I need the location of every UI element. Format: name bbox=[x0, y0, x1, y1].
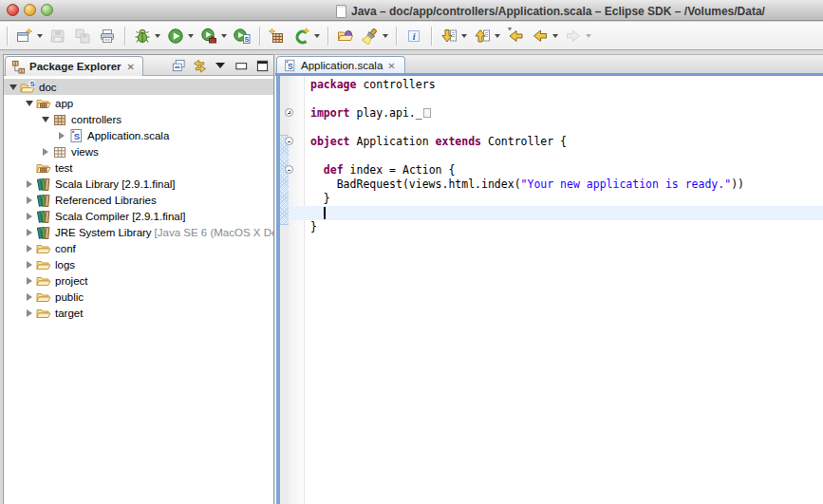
maximize-button[interactable] bbox=[254, 58, 270, 73]
info-button[interactable]: i bbox=[402, 24, 426, 48]
tree-item-scala-compiler-2-9-1-final[interactable]: Scala Compiler [2.9.1.final] bbox=[4, 208, 273, 224]
collapsed-arrow-icon[interactable] bbox=[27, 261, 32, 269]
dropdown-arrow-icon[interactable] bbox=[383, 34, 388, 38]
tree-item-scala-library-2-9-1-final[interactable]: Scala Library [2.9.1.final] bbox=[4, 176, 273, 192]
code-line[interactable] bbox=[306, 92, 823, 106]
tree-item-views[interactable]: views bbox=[4, 143, 273, 159]
collapsed-arrow-icon[interactable] bbox=[27, 277, 32, 285]
collapsed-arrow-icon[interactable] bbox=[27, 293, 32, 301]
last-edit-location-button[interactable]: * bbox=[503, 24, 528, 48]
collapsed-arrow-icon[interactable] bbox=[27, 196, 32, 204]
tree-item-controllers[interactable]: controllers bbox=[4, 111, 273, 127]
debug-button[interactable] bbox=[130, 24, 155, 48]
code-line[interactable] bbox=[306, 121, 823, 135]
minimize-button[interactable] bbox=[234, 58, 249, 73]
link-with-editor-button[interactable] bbox=[192, 58, 207, 73]
new-class-button[interactable] bbox=[290, 24, 314, 48]
close-tab-icon[interactable] bbox=[387, 61, 395, 71]
disclosure-slot[interactable] bbox=[24, 293, 35, 301]
disclosure-slot[interactable] bbox=[24, 196, 35, 204]
code-line[interactable] bbox=[306, 149, 823, 163]
code-line[interactable]: object Application extends Controller { bbox=[306, 135, 823, 149]
collapse-fold-icon[interactable] bbox=[285, 137, 293, 145]
collapsed-arrow-icon[interactable] bbox=[59, 132, 65, 140]
library-icon bbox=[36, 177, 51, 192]
minimize-window-button[interactable] bbox=[24, 4, 36, 16]
disclosure-slot[interactable] bbox=[24, 229, 35, 236]
back-button[interactable] bbox=[528, 24, 552, 48]
code-line[interactable] bbox=[306, 206, 823, 220]
disclosure-slot[interactable] bbox=[24, 213, 35, 220]
disclosure-slot[interactable] bbox=[56, 132, 67, 140]
collapsed-arrow-icon[interactable] bbox=[27, 229, 32, 236]
dropdown-arrow-icon[interactable] bbox=[461, 34, 467, 38]
zoom-window-button[interactable] bbox=[41, 4, 53, 16]
editor-tab-application-scala[interactable]: S Application.scala bbox=[276, 56, 405, 74]
disclosure-slot[interactable] bbox=[24, 277, 35, 285]
disclosure-slot[interactable] bbox=[8, 84, 19, 90]
dropdown-arrow-icon[interactable] bbox=[37, 34, 43, 38]
code-line[interactable]: } bbox=[306, 192, 823, 206]
dropdown-arrow-icon[interactable] bbox=[188, 34, 194, 38]
print-button[interactable] bbox=[95, 24, 120, 48]
tree-item-jre-system-library[interactable]: JRE System Library[Java SE 6 (MacOS X De… bbox=[4, 224, 273, 240]
dropdown-arrow-icon[interactable] bbox=[314, 34, 320, 38]
disclosure-slot[interactable] bbox=[24, 261, 35, 269]
expanded-arrow-icon[interactable] bbox=[9, 84, 17, 90]
tree-item-app[interactable]: app bbox=[4, 95, 273, 111]
view-menu-button[interactable] bbox=[213, 58, 228, 73]
next-annotation-button[interactable] bbox=[437, 24, 461, 48]
dropdown-arrow-icon[interactable] bbox=[552, 34, 558, 38]
run-button[interactable] bbox=[163, 24, 188, 48]
code-area[interactable]: package controllersimport play.api._obje… bbox=[306, 76, 823, 504]
new-wizard-button[interactable] bbox=[12, 24, 37, 48]
disclosure-slot[interactable] bbox=[24, 245, 35, 252]
dropdown-arrow-icon[interactable] bbox=[495, 34, 500, 38]
external-tools-button[interactable] bbox=[196, 24, 221, 48]
expanded-arrow-icon[interactable] bbox=[42, 117, 49, 122]
search-button[interactable] bbox=[358, 24, 383, 48]
tree-item-referenced-libraries[interactable]: Referenced Libraries bbox=[4, 192, 273, 208]
tree-item-public[interactable]: public bbox=[4, 289, 273, 305]
collapsed-region-icon[interactable] bbox=[423, 108, 431, 118]
dropdown-arrow-icon[interactable] bbox=[155, 34, 160, 38]
tree-item-logs[interactable]: logs bbox=[4, 256, 273, 272]
disclosure-slot[interactable] bbox=[40, 148, 51, 156]
code-line[interactable]: def index = Action { bbox=[306, 163, 823, 177]
collapsed-arrow-icon[interactable] bbox=[43, 148, 48, 156]
titlebar[interactable]: Java – doc/app/controllers/Application.s… bbox=[0, 0, 823, 21]
tree-item-doc[interactable]: SSdoc bbox=[4, 79, 273, 95]
collapsed-arrow-icon[interactable] bbox=[27, 245, 32, 252]
tree-item-conf[interactable]: conf bbox=[4, 240, 273, 256]
disclosure-slot[interactable] bbox=[24, 101, 35, 106]
tree-item-target[interactable]: target bbox=[4, 305, 273, 321]
open-type-button[interactable] bbox=[333, 24, 358, 48]
run-scala-button[interactable]: S bbox=[230, 24, 254, 48]
collapse-all-button[interactable] bbox=[171, 58, 186, 73]
print-icon bbox=[99, 28, 116, 45]
collapsed-arrow-icon[interactable] bbox=[27, 213, 32, 220]
close-window-button[interactable] bbox=[7, 4, 19, 16]
expanded-arrow-icon[interactable] bbox=[26, 101, 33, 106]
disclosure-slot[interactable] bbox=[24, 309, 35, 317]
tree-item-label: project bbox=[55, 275, 88, 287]
code-line[interactable]: package controllers bbox=[306, 78, 823, 92]
close-view-icon[interactable] bbox=[125, 62, 135, 72]
tree-item-project[interactable]: project bbox=[4, 272, 273, 289]
prev-annotation-button[interactable] bbox=[470, 24, 495, 48]
code-line[interactable]: BadRequest(views.html.index("Your new ap… bbox=[306, 177, 823, 192]
collapsed-arrow-icon[interactable] bbox=[27, 180, 32, 188]
new-package-button[interactable] bbox=[265, 24, 290, 48]
tree-item-application-scala[interactable]: SApplication.scala bbox=[4, 127, 273, 143]
disclosure-slot[interactable] bbox=[24, 180, 35, 188]
package-explorer-tab[interactable]: Package Explorer bbox=[5, 56, 143, 76]
collapse-fold-icon[interactable] bbox=[285, 165, 293, 174]
code-line[interactable]: } bbox=[306, 220, 823, 234]
dropdown-arrow-icon[interactable] bbox=[221, 34, 227, 38]
code-line[interactable]: import play.api._ bbox=[306, 106, 823, 121]
expand-fold-icon[interactable] bbox=[285, 108, 293, 117]
tree-item-test[interactable]: test bbox=[4, 159, 273, 176]
svg-text:i: i bbox=[413, 30, 416, 41]
collapsed-arrow-icon[interactable] bbox=[27, 309, 32, 317]
disclosure-slot[interactable] bbox=[40, 117, 51, 122]
